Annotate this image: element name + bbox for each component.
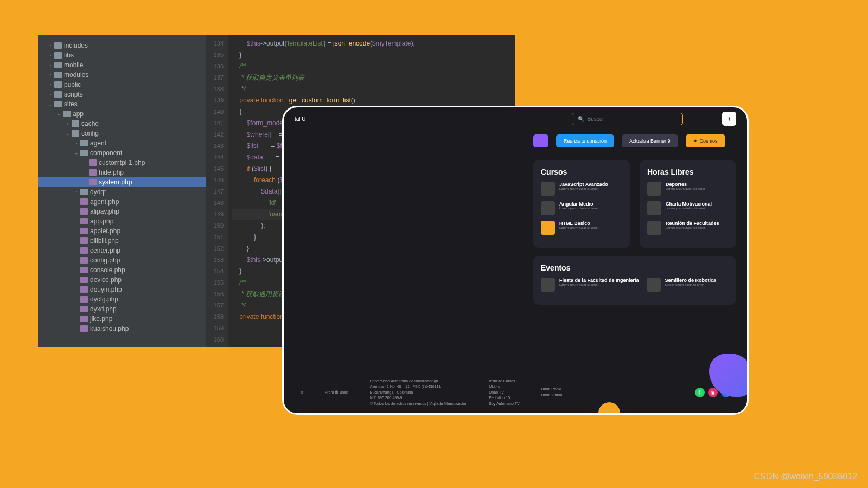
tree-item[interactable]: agent.php: [38, 197, 206, 207]
cursos-title: Cursos: [541, 168, 622, 176]
thumb: [541, 182, 555, 196]
project-tree[interactable]: ›includes›libs›mobile›modules›public›scr…: [38, 35, 206, 347]
eventos-card: Eventos Fiesta de la Facultad de Ingenie…: [533, 256, 736, 305]
cosmos-icon: ✦: [693, 138, 698, 144]
thumb: [647, 182, 661, 196]
tree-item[interactable]: app.php: [38, 216, 206, 226]
footer-address: Universidad Autónoma de BucaramangaAveni…: [370, 378, 468, 407]
tree-item[interactable]: ›libs: [38, 50, 206, 60]
tree-item[interactable]: kuaishou.php: [38, 324, 206, 333]
thumb: [541, 278, 555, 292]
tree-item[interactable]: ›agent: [38, 138, 206, 148]
tablet-mockup: tal U 🔍 ☀ Realiza tu donación Actualiza …: [282, 106, 749, 415]
action-buttons: Realiza tu donación Actualiza Banner 9 ✦…: [522, 130, 747, 152]
tree-item[interactable]: jike.php: [38, 314, 206, 324]
horas-title: Horas Libres: [647, 168, 729, 176]
watermark: CSDN @weixin_59086012: [754, 472, 857, 481]
tree-item[interactable]: ›mobile: [38, 60, 206, 70]
thumb: [647, 278, 661, 292]
cosmos-button[interactable]: ✦Cosmos: [686, 134, 725, 147]
tree-item[interactable]: console.php: [38, 265, 206, 275]
search-field[interactable]: 🔍: [572, 113, 683, 125]
tree-item[interactable]: ›modules: [38, 70, 206, 80]
search-icon: 🔍: [578, 116, 584, 122]
tree-item[interactable]: ⌄app: [38, 109, 206, 119]
tree-item[interactable]: ›scripts: [38, 89, 206, 99]
horas-card: Horas Libres DeportesLorem ipsum dolor s…: [640, 160, 736, 248]
tree-item[interactable]: dyxd.php: [38, 304, 206, 314]
list-item[interactable]: HTML BasicoLorem ipsum dolor sit amet: [541, 221, 622, 235]
tree-item[interactable]: ⌄component: [38, 148, 206, 158]
line-gutter: 1341351361371381391401411421431441451461…: [206, 35, 228, 347]
tree-item[interactable]: douyin.php: [38, 285, 206, 294]
search-input[interactable]: [588, 116, 656, 122]
tree-item[interactable]: system.php: [38, 177, 206, 187]
list-item[interactable]: Fiesta de la Facultad de IngenieríaLorem…: [541, 278, 639, 292]
list-item[interactable]: Angular MedioLorem ipsum dolor sit amet: [541, 201, 622, 215]
thumb: [541, 201, 555, 215]
purple-button[interactable]: [533, 134, 548, 147]
tree-item[interactable]: ⌄config: [38, 129, 206, 138]
thumb: [647, 221, 661, 235]
thumb: [647, 201, 661, 215]
from-label: From 🏛 unab: [325, 390, 348, 396]
tree-item[interactable]: hide.php: [38, 168, 206, 177]
thumb: [541, 221, 555, 235]
list-item[interactable]: Charla MotivacionalLorem ipsum dolor sit…: [647, 201, 729, 215]
tree-item[interactable]: alipay.php: [38, 207, 206, 216]
list-item[interactable]: JavaScript AvanzadoLorem ipsum dolor sit…: [541, 182, 622, 196]
list-item[interactable]: Semillero de RoboticaLorem ipsum dolor s…: [647, 278, 717, 292]
tree-item[interactable]: ›includes: [38, 41, 206, 50]
donate-button[interactable]: Realiza tu donación: [556, 134, 614, 147]
banner-button[interactable]: Actualiza Banner 9: [622, 134, 678, 147]
whatsapp-icon[interactable]: ✆: [695, 388, 705, 397]
tree-item[interactable]: applet.php: [38, 226, 206, 236]
tree-item[interactable]: ›dydqt: [38, 187, 206, 197]
tree-item[interactable]: ⌄sites: [38, 99, 206, 109]
tree-item[interactable]: dycfg.php: [38, 294, 206, 304]
page-title: tal U: [295, 116, 306, 122]
tree-item[interactable]: bilibili.php: [38, 236, 206, 246]
cards-row: Cursos JavaScript AvanzadoLorem ipsum do…: [522, 152, 747, 256]
tree-item[interactable]: device.php: [38, 275, 206, 285]
settings-button[interactable]: ☀: [722, 112, 736, 126]
tree-item[interactable]: ›cache: [38, 119, 206, 129]
tree-item[interactable]: customtpl-1.php: [38, 158, 206, 168]
footer-links-2: Unab RadioUnab Virtual: [541, 387, 562, 398]
cursos-card: Cursos JavaScript AvanzadoLorem ipsum do…: [533, 160, 630, 248]
gear-icon[interactable]: ⚙: [300, 390, 303, 395]
footer-links-1: Instituto CaldasULibroUnab TVPeriódico 1…: [489, 378, 519, 407]
tree-item[interactable]: config.php: [38, 255, 206, 265]
list-item[interactable]: Reunión de FacultadesLorem ipsum dolor s…: [647, 221, 729, 235]
tablet-footer: ⚙ From 🏛 unab Universidad Autónoma de Bu…: [284, 372, 747, 414]
eventos-title: Eventos: [541, 264, 729, 272]
tree-item[interactable]: center.php: [38, 246, 206, 255]
tree-item[interactable]: ›public: [38, 80, 206, 89]
list-item[interactable]: DeportesLorem ipsum dolor sit amet: [647, 182, 729, 196]
tablet-header: tal U 🔍 ☀: [284, 107, 747, 130]
